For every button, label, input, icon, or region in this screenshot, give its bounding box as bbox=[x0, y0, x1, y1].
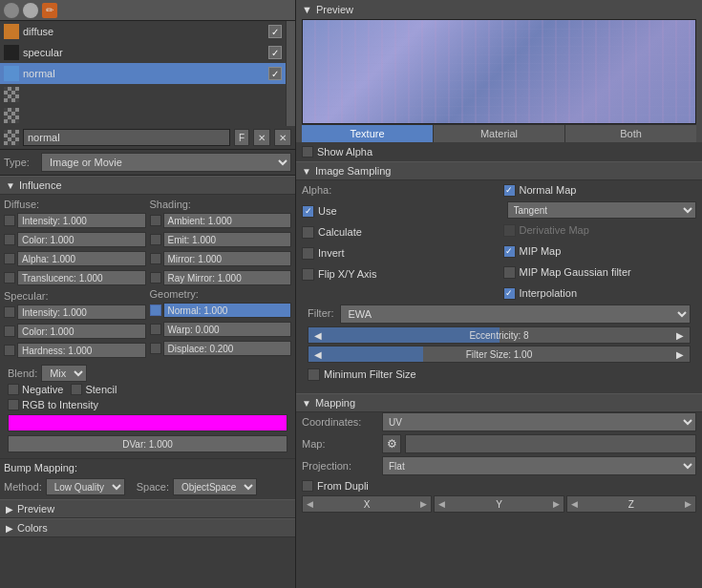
geom-normal-btn[interactable]: Normal: 1.000 bbox=[163, 303, 292, 318]
mipmap-check[interactable] bbox=[503, 245, 516, 258]
texture-item-4[interactable] bbox=[0, 84, 286, 105]
texture-check-specular[interactable] bbox=[268, 46, 282, 59]
stencil-check-item: Stencil bbox=[71, 384, 117, 395]
colors-accordion-label: Colors bbox=[17, 522, 48, 534]
calculate-label: Calculate bbox=[318, 226, 362, 238]
texture-check-diffuse[interactable] bbox=[268, 25, 282, 38]
tab-material[interactable]: Material bbox=[434, 125, 565, 142]
use-check[interactable] bbox=[302, 205, 314, 218]
xyz-z-label: Z bbox=[628, 499, 634, 510]
texture-item-normal[interactable]: normal bbox=[0, 63, 286, 84]
shading-mirror-check[interactable] bbox=[150, 253, 161, 264]
preview-accordion-header[interactable]: ▶ Preview bbox=[0, 499, 295, 518]
texture-list-scrollbar[interactable] bbox=[286, 21, 295, 126]
diffuse-color-check[interactable] bbox=[4, 234, 15, 245]
topbar-icon-1[interactable] bbox=[4, 3, 19, 18]
texture-item-diffuse[interactable]: diffuse bbox=[0, 21, 286, 42]
shading-ambient-btn[interactable]: Ambient: 1.000 bbox=[163, 213, 292, 228]
texture-list: diffuse specular normal bbox=[0, 21, 286, 126]
tab-texture[interactable]: Texture bbox=[302, 125, 434, 142]
interpolation-check[interactable] bbox=[503, 287, 516, 300]
diffuse-translucenc-check[interactable] bbox=[4, 272, 15, 284]
specular-hardness-check[interactable] bbox=[4, 345, 15, 356]
diffuse-translucenc-btn[interactable]: Translucenc: 1.000 bbox=[17, 270, 146, 285]
rgb-check[interactable] bbox=[8, 399, 19, 410]
filtersize-value: Filter Size: 1.00 bbox=[466, 349, 532, 360]
tab-both[interactable]: Both bbox=[565, 125, 696, 142]
normalmap-check[interactable] bbox=[503, 184, 516, 197]
shading-raymirror-btn[interactable]: Ray Mirror: 1.000 bbox=[163, 270, 292, 285]
preview-header: ▼ Preview bbox=[302, 4, 696, 15]
geom-displace-check[interactable] bbox=[150, 343, 161, 354]
show-alpha-check[interactable] bbox=[302, 146, 313, 158]
texture-check-normal[interactable] bbox=[268, 67, 282, 80]
tangent-select[interactable]: Tangent bbox=[507, 201, 697, 219]
shading-raymirror-check[interactable] bbox=[150, 272, 161, 284]
shading-emit-check[interactable] bbox=[150, 234, 161, 245]
specular-intensity-btn[interactable]: Intensity: 1.000 bbox=[17, 304, 146, 320]
texture-x-button[interactable]: ✕ bbox=[253, 129, 270, 146]
xyz-z-item[interactable]: ◀ Z ▶ bbox=[566, 495, 696, 513]
from-dupli-check[interactable] bbox=[302, 480, 313, 492]
diffuse-intensity-btn[interactable]: Intensity: 1.000 bbox=[17, 213, 146, 228]
colors-accordion-header[interactable]: ▶ Colors bbox=[0, 518, 295, 537]
specular-color-btn[interactable]: Color: 1.000 bbox=[17, 324, 146, 339]
topbar-icon-3[interactable]: ✏ bbox=[42, 3, 57, 18]
preview-title: Preview bbox=[316, 4, 353, 15]
shading-mirror-btn[interactable]: Mirror: 1.000 bbox=[163, 251, 292, 266]
specular-color-check[interactable] bbox=[4, 326, 15, 337]
shading-emit-btn[interactable]: Emit: 1.000 bbox=[163, 232, 292, 247]
texture-item-5[interactable] bbox=[0, 105, 286, 126]
specular-hardness-btn[interactable]: Hardness: 1.000 bbox=[17, 343, 146, 358]
eccentricity-text: ◀ Eccentricity: 8 ▶ bbox=[308, 327, 690, 343]
bump-space-select[interactable]: ObjectSpace bbox=[173, 478, 257, 495]
tab-row: Texture Material Both bbox=[302, 124, 696, 142]
geom-displace-btn[interactable]: Displace: 0.200 bbox=[163, 341, 292, 356]
type-select[interactable]: Image or Movie bbox=[41, 153, 291, 172]
invert-check[interactable] bbox=[302, 247, 314, 260]
image-sampling-header[interactable]: ▼ Image Sampling bbox=[296, 161, 702, 180]
stencil-check[interactable] bbox=[71, 384, 82, 395]
color-bar[interactable] bbox=[8, 414, 287, 431]
xyz-y-item[interactable]: ◀ Y ▶ bbox=[434, 495, 564, 513]
map-text-box bbox=[405, 434, 696, 453]
shading-ambient-check[interactable] bbox=[150, 215, 161, 226]
xyz-x-item[interactable]: ◀ X ▶ bbox=[302, 495, 432, 513]
specular-intensity-check[interactable] bbox=[4, 306, 15, 318]
negative-check[interactable] bbox=[8, 384, 19, 395]
texture-thumb-specular bbox=[4, 45, 19, 60]
map-icon-box[interactable]: ⚙ bbox=[382, 434, 401, 453]
bump-method-select[interactable]: Low Quality bbox=[46, 478, 125, 495]
flip-check[interactable] bbox=[302, 268, 314, 281]
blend-select[interactable]: Mix bbox=[41, 365, 87, 382]
topbar-icon-2[interactable] bbox=[23, 3, 38, 18]
geom-warp-check[interactable] bbox=[150, 324, 161, 335]
xyz-y-label: Y bbox=[496, 499, 502, 510]
geom-warp-btn[interactable]: Warp: 0.000 bbox=[163, 322, 292, 337]
texture-close-button[interactable]: ✕ bbox=[274, 129, 291, 146]
sampling-section: Alpha: Use Calculate Invert Flip X/Y Axi… bbox=[296, 180, 702, 393]
filtersize-slider[interactable]: ◀ Filter Size: 1.00 ▶ bbox=[308, 346, 691, 363]
projection-select[interactable]: Flat bbox=[382, 456, 696, 475]
diffuse-color-btn[interactable]: Color: 1.000 bbox=[17, 232, 146, 247]
eccentricity-arrow-right: ▶ bbox=[676, 330, 684, 341]
min-filter-check[interactable] bbox=[308, 368, 320, 381]
influence-header[interactable]: ▼ Influence bbox=[0, 176, 295, 195]
texture-f-button[interactable]: F bbox=[234, 129, 249, 146]
derivmap-check[interactable] bbox=[503, 224, 516, 237]
geom-normal-check[interactable] bbox=[150, 304, 161, 316]
texture-item-specular[interactable]: specular bbox=[0, 42, 286, 63]
coordinates-select[interactable]: UV bbox=[382, 412, 696, 431]
stencil-label: Stencil bbox=[85, 384, 117, 395]
dvar-btn[interactable]: DVar: 1.000 bbox=[8, 435, 287, 452]
diffuse-alpha-check[interactable] bbox=[4, 253, 15, 264]
mipmap-gaussian-check[interactable] bbox=[503, 266, 516, 279]
eccentricity-slider[interactable]: ◀ Eccentricity: 8 ▶ bbox=[308, 326, 691, 344]
mapping-header[interactable]: ▼ Mapping bbox=[296, 393, 702, 412]
calculate-check[interactable] bbox=[302, 226, 314, 239]
diffuse-alpha-btn[interactable]: Alpha: 1.000 bbox=[17, 251, 146, 266]
diffuse-intensity-check[interactable] bbox=[4, 215, 15, 226]
texture-name-input[interactable] bbox=[23, 129, 230, 146]
top-bar: ✏ bbox=[0, 0, 295, 21]
filter-select[interactable]: EWA bbox=[340, 304, 691, 324]
